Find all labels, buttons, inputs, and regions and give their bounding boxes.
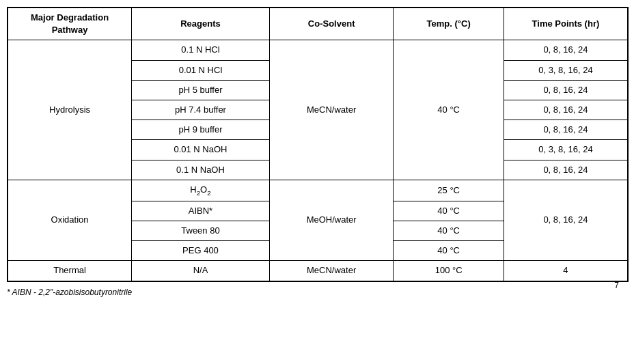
reagent-cell: Tween 80 [132, 221, 270, 241]
reagent-cell: 0.01 N HCl [132, 60, 270, 80]
reagent-cell: N/A [132, 261, 270, 281]
reagent-cell: 0.1 N NaOH [132, 160, 270, 180]
reagent-cell: PEG 400 [132, 241, 270, 261]
degradation-table: Major Degradation Pathway Reagents Co-So… [7, 7, 629, 282]
table-row: Thermal N/A MeCN/water 100 °C 4 [8, 261, 628, 281]
reagent-cell: AIBN* [132, 201, 270, 221]
table-row: Oxidation H2O2 MeOH/water 25 °C 0, 8, 16… [8, 180, 628, 201]
header-temp: Temp. (°C) [394, 8, 504, 40]
main-table-wrapper: Major Degradation Pathway Reagents Co-So… [7, 7, 629, 297]
cosolvent-hydrolysis: MeCN/water [269, 40, 394, 180]
page-number: 7 [614, 281, 619, 290]
reagent-cell: 0.1 N HCl [132, 40, 270, 60]
timepoint-cell: 0, 8, 16, 24 [504, 100, 628, 120]
temp-cell: 100 °C [394, 261, 504, 281]
pathway-hydrolysis: Hydrolysis [8, 40, 132, 180]
timepoint-cell: 0, 8, 16, 24 [504, 120, 628, 140]
header-reagents: Reagents [132, 8, 270, 40]
cosolvent-thermal: MeCN/water [269, 261, 394, 281]
timepoint-cell: 0, 3, 8, 16, 24 [504, 60, 628, 80]
reagent-cell: H2O2 [132, 180, 270, 201]
header-cosolvent: Co-Solvent [269, 8, 394, 40]
temp-cell: 40 °C [394, 201, 504, 221]
timepoint-cell: 0, 8, 16, 24 [504, 80, 628, 100]
header-timepoints: Time Points (hr) [504, 8, 628, 40]
header-pathway: Major Degradation Pathway [8, 8, 132, 40]
footnote: * AIBN - 2,2"-azobisisobutyronitrile [7, 288, 629, 297]
reagent-cell: pH 9 buffer [132, 120, 270, 140]
timepoint-cell: 4 [504, 261, 628, 281]
temp-cell: 40 °C [394, 241, 504, 261]
reagent-cell: pH 7.4 buffer [132, 100, 270, 120]
cosolvent-oxidation: MeOH/water [269, 180, 394, 261]
temp-cell: 25 °C [394, 180, 504, 201]
timepoint-cell: 0, 8, 16, 24 [504, 160, 628, 180]
timepoint-cell: 0, 8, 16, 24 [504, 40, 628, 60]
timepoints-oxidation: 0, 8, 16, 24 [504, 180, 628, 261]
pathway-thermal: Thermal [8, 261, 132, 281]
temp-hydrolysis: 40 °C [394, 40, 504, 180]
reagent-cell: 0.01 N NaOH [132, 140, 270, 160]
table-row: Hydrolysis 0.1 N HCl MeCN/water 40 °C 0,… [8, 40, 628, 60]
pathway-oxidation: Oxidation [8, 180, 132, 261]
temp-cell: 40 °C [394, 221, 504, 241]
timepoint-cell: 0, 3, 8, 16, 24 [504, 140, 628, 160]
reagent-cell: pH 5 buffer [132, 80, 270, 100]
